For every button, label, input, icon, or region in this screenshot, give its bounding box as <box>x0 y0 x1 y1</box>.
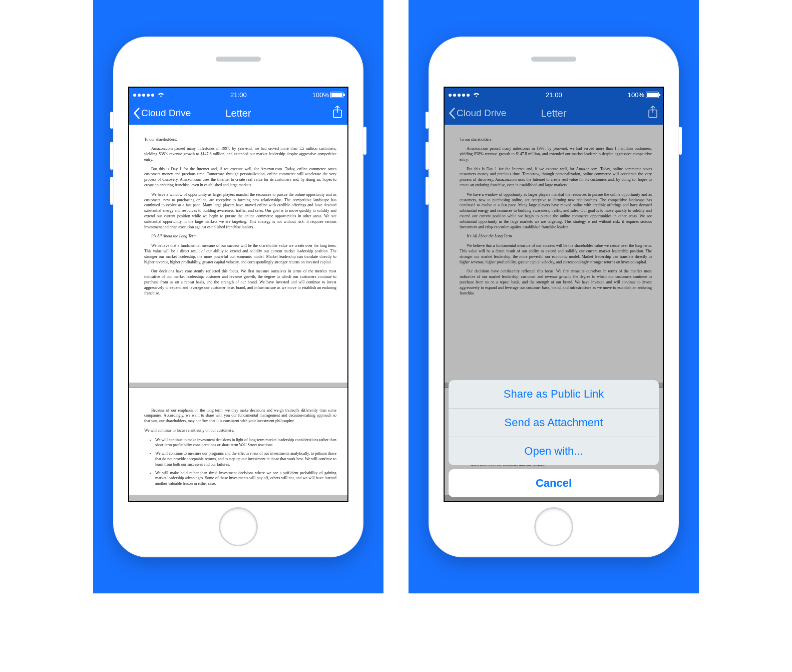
signal-dots-icon <box>449 94 470 97</box>
action-open-with[interactable]: Open with... <box>449 437 659 465</box>
phone-frame: 21:00 100% Cloud Drive Letter <box>429 37 679 557</box>
back-label: Cloud Drive <box>141 108 191 119</box>
back-button[interactable]: Cloud Drive <box>449 108 506 119</box>
wifi-icon <box>157 91 165 99</box>
status-time: 21:00 <box>546 91 562 99</box>
status-bar: 21:00 100% <box>129 88 347 102</box>
chevron-left-icon <box>133 108 140 119</box>
document-page-1: To our shareholders: Amazon.com passed m… <box>129 125 347 383</box>
screenshot-left: 21:00 100% Cloud Drive Letter <box>93 0 383 593</box>
phone-screen: 21:00 100% Cloud Drive Letter <box>128 87 348 502</box>
action-sheet: Share as Public Link Send as Attachment … <box>449 380 659 497</box>
document-page-1: To our shareholders: Amazon.com passed m… <box>445 125 663 383</box>
phone-screen: 21:00 100% Cloud Drive Letter <box>444 87 664 502</box>
screenshot-right: 21:00 100% Cloud Drive Letter <box>409 0 699 593</box>
page-title: Letter <box>541 107 566 119</box>
phone-frame: 21:00 100% Cloud Drive Letter <box>113 37 363 557</box>
battery-percent: 100% <box>312 91 329 99</box>
action-share-public-link[interactable]: Share as Public Link <box>449 380 659 408</box>
chevron-left-icon <box>449 108 456 119</box>
battery-icon <box>646 92 659 98</box>
status-time: 21:00 <box>230 91 247 99</box>
status-bar: 21:00 100% <box>445 88 663 102</box>
document-page-2: Because of our emphasis on the long term… <box>129 388 347 495</box>
wifi-icon <box>473 91 480 99</box>
battery-icon <box>330 92 343 98</box>
back-button[interactable]: Cloud Drive <box>133 108 191 119</box>
share-icon <box>648 105 658 118</box>
action-cancel[interactable]: Cancel <box>449 469 659 497</box>
nav-bar: Cloud Drive Letter <box>129 102 347 125</box>
document-viewer[interactable]: To our shareholders: Amazon.com passed m… <box>129 125 347 501</box>
battery-percent: 100% <box>628 91 644 99</box>
signal-dots-icon <box>133 94 154 97</box>
back-label: Cloud Drive <box>457 108 506 119</box>
share-icon <box>332 105 342 118</box>
action-send-attachment[interactable]: Send as Attachment <box>449 408 659 437</box>
share-button[interactable] <box>332 105 342 121</box>
page-title: Letter <box>225 107 251 119</box>
share-button[interactable] <box>648 105 658 121</box>
nav-bar: Cloud Drive Letter <box>445 102 663 125</box>
